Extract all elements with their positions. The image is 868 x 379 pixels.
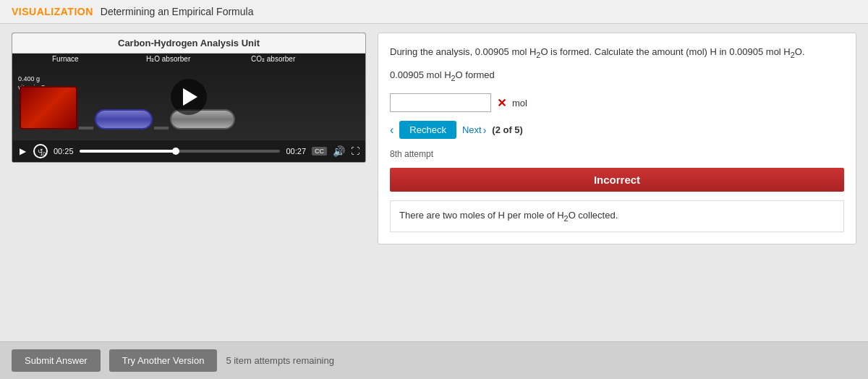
furnace-label: Furnace	[52, 55, 79, 63]
video-panel: Carbon-Hydrogen Analysis Unit Furnace H₂…	[12, 33, 366, 244]
h2o-tube	[95, 109, 153, 129]
video-controls: ▶ ↺ 10 00:25 00:27 CC 🔊 ⛶	[12, 140, 365, 162]
sub-text: 0.00905 mol H2O formed	[390, 69, 844, 82]
video-container: Carbon-Hydrogen Analysis Unit Furnace H₂…	[12, 33, 366, 163]
co2-label: CO₂ absorber	[251, 55, 295, 63]
volume-icon[interactable]: 🔊	[333, 145, 345, 157]
main-content: Carbon-Hydrogen Analysis Unit Furnace H₂…	[0, 24, 868, 253]
bottom-bar: Submit Answer Try Another Version 5 item…	[0, 341, 868, 379]
attempts-remaining-text: 5 item attempts remaining	[226, 355, 334, 366]
next-label: Next	[462, 124, 482, 135]
next-chevron-icon: ›	[483, 124, 487, 136]
viz-label: VISUALIZATION	[12, 6, 93, 17]
unit-label: mol	[512, 98, 527, 108]
feedback-box: There are two moles of H per mole of H2O…	[390, 200, 844, 232]
answer-input[interactable]	[390, 93, 491, 112]
video-scene: Furnace H₂O absorber CO₂ absorber 0.400 …	[12, 54, 365, 140]
answer-row: ✕ mol	[390, 93, 844, 112]
connector1	[79, 127, 93, 129]
fullscreen-button[interactable]: ⛶	[351, 146, 359, 156]
progress-dot	[172, 148, 179, 155]
replay-button[interactable]: ↺ 10	[33, 144, 48, 158]
submit-answer-button[interactable]: Submit Answer	[12, 349, 101, 372]
incorrect-mark: ✕	[497, 96, 506, 110]
question-text: During the analysis, 0.00905 mol H2O is …	[390, 45, 844, 61]
progress-text: (2 of 5)	[492, 124, 523, 135]
top-bar: VISUALIZATION Determining an Empirical F…	[0, 0, 868, 24]
recheck-button[interactable]: Recheck	[399, 121, 456, 139]
time-total: 00:27	[286, 147, 306, 156]
connector2	[154, 127, 169, 129]
play-triangle-icon	[183, 88, 197, 106]
next-button[interactable]: Next ›	[462, 124, 486, 136]
replay-count: 10	[40, 151, 46, 156]
play-button[interactable]	[171, 79, 207, 115]
time-elapsed: 00:25	[54, 147, 74, 156]
progress-bar[interactable]	[80, 150, 281, 153]
video-display: Furnace H₂O absorber CO₂ absorber 0.400 …	[12, 54, 365, 140]
progress-bar-fill	[80, 150, 176, 153]
play-pause-button[interactable]: ▶	[18, 146, 27, 156]
button-row: ‹ Recheck Next › (2 of 5)	[390, 121, 844, 139]
page-title: Determining an Empirical Formula	[101, 6, 254, 17]
prev-chevron-icon[interactable]: ‹	[390, 124, 393, 137]
question-panel: During the analysis, 0.00905 mol H2O is …	[378, 33, 856, 244]
video-title: Carbon-Hydrogen Analysis Unit	[12, 33, 365, 54]
try-another-version-button[interactable]: Try Another Version	[109, 349, 218, 372]
incorrect-banner: Incorrect	[390, 168, 844, 192]
h2o-label: H₂O absorber	[146, 55, 190, 63]
furnace-box	[20, 86, 77, 129]
attempt-count: 8th attempt	[390, 149, 844, 159]
cc-button[interactable]: CC	[312, 147, 327, 156]
